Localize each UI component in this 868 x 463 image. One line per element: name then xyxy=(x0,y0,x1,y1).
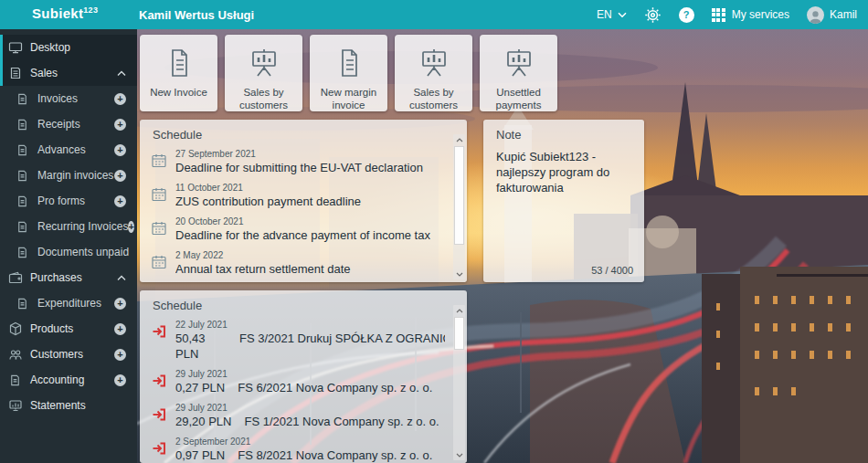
chevron-up-icon[interactable] xyxy=(117,70,126,77)
unpaid-documents-panel: Schedule 22 July 2021 50,43 PLNFS 3/2021… xyxy=(140,290,467,463)
schedule-date: 2 May 2022 xyxy=(175,250,351,261)
calendar-icon xyxy=(151,153,167,175)
tile-label: New Invoice xyxy=(146,86,211,99)
plus-icon[interactable]: + xyxy=(114,298,126,310)
plus-icon[interactable]: + xyxy=(128,221,133,233)
sidebar-item-accounting[interactable]: Accounting + xyxy=(0,367,137,393)
plus-icon[interactable]: + xyxy=(114,93,126,105)
schedule-item[interactable]: 11 October 2021 ZUS contribution payment… xyxy=(151,183,445,209)
sidebar-item-desktop[interactable]: Desktop xyxy=(3,35,137,60)
scrollbar[interactable] xyxy=(453,134,465,279)
schedule-item[interactable]: 2 May 2022 Annual tax return settlement … xyxy=(151,250,445,277)
unpaid-item[interactable]: 29 July 2021 0,27 PLNFS 6/2021 Nova Comp… xyxy=(151,369,445,395)
sidebar-item-recurring-invoices[interactable]: Recurring Invoices + xyxy=(0,214,137,239)
my-services-label: My services xyxy=(732,8,789,21)
document-icon xyxy=(8,373,23,387)
gear-icon[interactable] xyxy=(644,6,662,24)
panel-title: Note xyxy=(483,120,644,142)
logo-superscript: 123 xyxy=(83,5,98,15)
help-icon[interactable]: ? xyxy=(679,7,694,23)
chevron-up-icon[interactable] xyxy=(117,275,126,281)
sidebar-item-label: Desktop xyxy=(30,41,70,54)
wallet-icon xyxy=(8,270,23,285)
sidebar: Desktop Sales Invoices + Receipts + Adva… xyxy=(0,29,137,463)
tile-sales-by-customers-2[interactable]: Sales by customers xyxy=(395,35,472,111)
sidebar-item-products[interactable]: Products + xyxy=(0,316,137,342)
scroll-up-icon[interactable] xyxy=(453,134,465,145)
schedule-date: 20 October 2021 xyxy=(175,216,430,227)
plus-icon[interactable]: + xyxy=(114,323,126,335)
sidebar-item-statements[interactable]: Statements xyxy=(0,393,137,418)
document-icon xyxy=(16,91,30,106)
sidebar-item-label: Purchases xyxy=(30,271,82,284)
schedule-item[interactable]: 20 October 2021 Deadline for the advance… xyxy=(151,216,445,243)
plus-icon[interactable]: + xyxy=(114,374,126,386)
login-arrow-icon xyxy=(151,440,167,463)
document-icon xyxy=(16,219,30,234)
scrollbar-thumb[interactable] xyxy=(454,317,464,350)
tile-new-margin-invoice[interactable]: New margin invoice xyxy=(310,35,387,111)
app-logo[interactable]: Subiekt123 xyxy=(32,5,98,21)
chevron-down-icon xyxy=(618,12,627,18)
sidebar-item-receipts[interactable]: Receipts + xyxy=(0,111,137,137)
sidebar-item-label: Recurring Invoices xyxy=(37,220,128,233)
calendar-icon xyxy=(151,220,167,243)
tile-unsettled-payments[interactable]: Unsettled payments xyxy=(480,35,557,111)
scrollbar-thumb[interactable] xyxy=(454,146,464,245)
tile-label: Sales by customers xyxy=(225,86,302,111)
unpaid-item[interactable]: 2 September 2021 0,97 PLNFS 8/2021 Nova … xyxy=(151,437,445,463)
sidebar-item-label: Accounting xyxy=(30,374,84,386)
sidebar-item-documents-unpaid[interactable]: Documents unpaid xyxy=(0,239,137,265)
schedule-text: Annual tax return settlement date xyxy=(175,261,351,277)
tile-label: New margin invoice xyxy=(310,86,387,111)
scrollbar[interactable] xyxy=(453,305,465,460)
chart-board-icon xyxy=(503,47,535,79)
panel-title: Schedule xyxy=(140,290,467,312)
plus-icon[interactable]: + xyxy=(114,144,126,156)
schedule-panel: Schedule 27 September 2021 Deadline for … xyxy=(140,120,467,282)
schedule-item[interactable]: 27 September 2021 Deadline for submittin… xyxy=(151,149,445,175)
chart-board-icon xyxy=(248,47,281,79)
top-bar: Subiekt123 Kamil Wertus Usługi EN ? My s… xyxy=(0,0,868,29)
language-selector[interactable]: EN xyxy=(597,8,627,21)
main-area: New Invoice Sales by customers New margi… xyxy=(137,29,868,463)
plus-icon[interactable]: + xyxy=(114,170,126,182)
tile-sales-by-customers[interactable]: Sales by customers xyxy=(225,35,302,111)
plus-icon[interactable]: + xyxy=(114,349,126,361)
sidebar-item-margin-invoices[interactable]: Margin invoices + xyxy=(0,163,137,188)
my-services-button[interactable]: My services xyxy=(712,8,789,22)
login-arrow-icon xyxy=(151,406,167,429)
user-menu[interactable]: Kamil xyxy=(807,6,857,24)
sidebar-item-expenditures[interactable]: Expenditures + xyxy=(0,290,137,316)
scroll-up-icon[interactable] xyxy=(453,305,465,316)
sidebar-item-purchases[interactable]: Purchases xyxy=(0,265,137,290)
plus-icon[interactable]: + xyxy=(114,119,126,131)
sidebar-item-label: Customers xyxy=(30,348,83,361)
sidebar-item-sales[interactable]: Sales xyxy=(3,60,137,86)
apps-grid-icon xyxy=(712,8,725,22)
note-text-field[interactable]: Kupić Subiekt123 - najlepszy program do … xyxy=(483,142,644,242)
tile-label: Sales by customers xyxy=(395,86,472,111)
sidebar-item-invoices[interactable]: Invoices + xyxy=(0,86,137,111)
unpaid-doc: FS 3/2021 Drukuj SPÓŁKA Z OGRANICZONĄ OD… xyxy=(239,331,445,362)
login-arrow-icon xyxy=(151,373,167,395)
sidebar-item-customers[interactable]: Customers + xyxy=(0,342,137,367)
logo-text: Subiekt xyxy=(32,5,83,21)
unpaid-item[interactable]: 29 July 2021 29,20 PLNFS 1/2021 Nova Com… xyxy=(151,403,445,429)
calendar-icon xyxy=(151,186,167,209)
sidebar-item-pro-forms[interactable]: Pro forms + xyxy=(0,188,137,214)
sidebar-item-label: Documents unpaid xyxy=(37,246,129,258)
chart-board-icon xyxy=(418,47,450,79)
sidebar-item-advances[interactable]: Advances + xyxy=(0,137,137,163)
scroll-down-icon[interactable] xyxy=(453,449,465,460)
document-icon xyxy=(16,168,30,183)
schedule-text: ZUS contribution payment deadline xyxy=(175,194,361,209)
sidebar-item-label: Invoices xyxy=(37,92,78,105)
sales-icon xyxy=(8,66,23,80)
sidebar-item-label: Sales xyxy=(30,67,58,79)
scroll-down-icon[interactable] xyxy=(453,268,465,279)
unpaid-amount: 0,97 PLN xyxy=(175,447,225,463)
unpaid-item[interactable]: 22 July 2021 50,43 PLNFS 3/2021 Drukuj S… xyxy=(151,320,445,362)
plus-icon[interactable]: + xyxy=(114,195,126,207)
tile-new-invoice[interactable]: New Invoice xyxy=(140,35,217,111)
